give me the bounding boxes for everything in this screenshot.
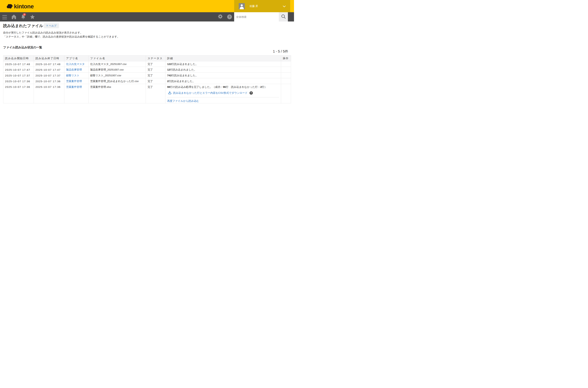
- help-question-icon: ?: [46, 24, 48, 27]
- cell-action: [281, 61, 291, 67]
- table-row: 2025-10-07 17:36 2025-10-07 17:36 営業案件管理…: [3, 84, 291, 103]
- cell-end-time: 2025-10-07 17:36: [34, 84, 64, 103]
- app-link[interactable]: 顧客リスト: [66, 74, 79, 77]
- cell-detail: 742行読み込まれました。: [165, 73, 281, 78]
- star-icon: [30, 15, 35, 20]
- cell-file-name: 製品在庫管理_20251007.csv: [89, 67, 146, 73]
- cell-status: 完了: [146, 61, 165, 67]
- table-row: 2025-10-07 17:48 2025-10-07 17:48 仕入れ先マス…: [3, 61, 291, 67]
- cell-start-time: 2025-10-07 17:37: [3, 73, 34, 78]
- cell-action: [281, 84, 291, 103]
- app-link[interactable]: 仕入れ先マスタ: [66, 63, 85, 66]
- cell-file-name: 顧客リスト_20251007.csv: [89, 73, 146, 78]
- search-icon: [281, 14, 286, 20]
- download-error-csv-link[interactable]: 読み込まれなかった行とエラー内容をCSV形式でダウンロード: [173, 91, 248, 95]
- top-header-bar: kintone 佐藤 昇: [0, 0, 294, 12]
- favorites-button[interactable]: [28, 12, 37, 22]
- cell-start-time: 2025-10-07 17:36: [3, 84, 34, 103]
- retry-import-link[interactable]: 再度ファイルから読み込む: [167, 99, 199, 102]
- cell-file-name: 営業案件管理_読み込まれなかった行.csv: [89, 78, 146, 84]
- cell-action: [281, 67, 291, 73]
- col-header-end: 読み込み終了日時: [34, 55, 64, 61]
- cell-start-time: 2025-10-07 17:36: [3, 78, 34, 84]
- cell-detail: 98行の読み込み処理を完了しました。（成功：96行 読み込まれなかった行：2行）…: [165, 84, 281, 103]
- help-button[interactable]: ?: [225, 12, 234, 22]
- page-help-link[interactable]: ? ヘルプ: [44, 23, 59, 28]
- table-header-row: 読み込み開始日時 読み込み終了日時 アプリ名 ファイル名 ステータス 詳細 操作: [3, 55, 291, 61]
- cell-detail: 2行読み込まれました。: [165, 78, 281, 84]
- cell-end-time: 2025-10-07 17:36: [34, 78, 64, 84]
- settings-button[interactable]: [216, 12, 225, 22]
- cell-detail: 12行読み込まれました。: [165, 67, 281, 73]
- cell-start-time: 2025-10-07 17:48: [3, 61, 34, 67]
- hamburger-icon: [2, 14, 7, 21]
- download-help-icon[interactable]: ?: [249, 91, 253, 95]
- hamburger-menu-button[interactable]: [0, 12, 9, 22]
- page-title: 読み込まれたファイル: [3, 23, 43, 28]
- user-avatar: [239, 3, 245, 9]
- cell-file-name: 営業案件管理.xlsx: [89, 84, 146, 103]
- app-link[interactable]: 営業案件管理: [66, 80, 82, 83]
- global-search-input[interactable]: [234, 12, 279, 22]
- cell-end-time: 2025-10-07 17:47: [34, 67, 64, 73]
- cell-action: [281, 78, 291, 84]
- app-link[interactable]: 製品在庫管理: [66, 68, 82, 71]
- col-header-action: 操作: [281, 55, 291, 61]
- cell-status: 完了: [146, 84, 165, 103]
- cell-action: [281, 73, 291, 78]
- home-button[interactable]: [9, 12, 19, 22]
- cell-status: 完了: [146, 73, 165, 78]
- cell-detail: 122行読み込まれました。: [165, 61, 281, 67]
- cell-start-time: 2025-10-07 17:47: [3, 67, 34, 73]
- page-content: 読み込まれたファイル ? ヘルプ 自分が実行したファイル読み込みの読み込み状況が…: [0, 23, 294, 103]
- cell-end-time: 2025-10-07 17:48: [34, 61, 64, 67]
- notifications-button[interactable]: 8: [19, 12, 28, 22]
- user-name: 佐藤 昇: [249, 4, 258, 8]
- home-icon: [12, 15, 16, 20]
- cell-status: 完了: [146, 67, 165, 73]
- cell-end-time: 2025-10-07 17:37: [34, 73, 64, 78]
- search-button[interactable]: [279, 12, 288, 22]
- col-header-start: 読み込み開始日時: [3, 55, 34, 61]
- cell-status: 完了: [146, 78, 165, 84]
- kintone-logo-text: kintone: [14, 4, 34, 9]
- gear-icon: [218, 14, 223, 20]
- col-header-detail: 詳細: [165, 55, 281, 61]
- download-icon: [168, 91, 173, 95]
- help-icon: ?: [227, 15, 232, 19]
- kintone-logo[interactable]: kintone: [7, 4, 34, 9]
- col-header-app: アプリ名: [64, 55, 89, 61]
- pager-count: 1 - 5 / 5件: [3, 49, 288, 54]
- help-link-label: ヘルプ: [49, 24, 57, 27]
- notification-badge: 8: [23, 13, 26, 16]
- page-description: 自分が実行したファイル読み込みの読み込み状況が表示されます。 「ステータス」や「…: [3, 31, 291, 39]
- cell-file-name: 仕入れ先マスタ_20251007.csv: [89, 61, 146, 67]
- table-row: 2025-10-07 17:36 2025-10-07 17:36 営業案件管理…: [3, 78, 291, 84]
- global-toolbar: 8 ?: [0, 12, 294, 22]
- col-header-status: ステータス: [146, 55, 165, 61]
- import-status-table: 読み込み開始日時 読み込み終了日時 アプリ名 ファイル名 ステータス 詳細 操作…: [3, 55, 291, 103]
- chevron-down-icon: [283, 5, 286, 8]
- col-header-file: ファイル名: [89, 55, 146, 61]
- table-row: 2025-10-07 17:47 2025-10-07 17:47 製品在庫管理…: [3, 67, 291, 73]
- kintone-cloud-icon: [7, 4, 13, 9]
- user-menu[interactable]: 佐藤 昇: [234, 0, 290, 12]
- table-row: 2025-10-07 17:37 2025-10-07 17:37 顧客リスト …: [3, 73, 291, 78]
- app-link[interactable]: 営業案件管理: [66, 85, 82, 88]
- detail-summary: 98行の読み込み処理を完了しました。（成功：96行 読み込まれなかった行：2行）: [167, 85, 279, 89]
